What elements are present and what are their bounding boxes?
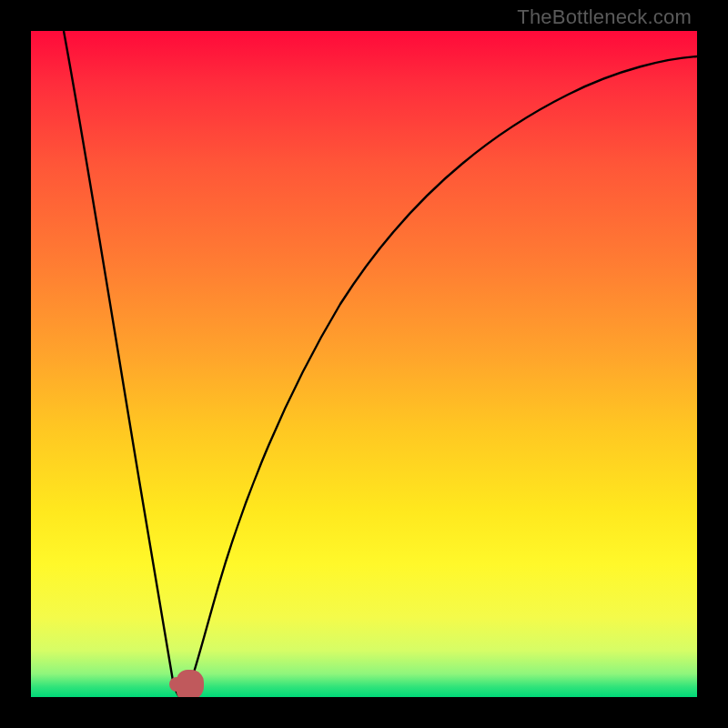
plot-area	[31, 31, 697, 697]
optimal-marker-blob	[177, 670, 204, 697]
curve-left-branch	[64, 31, 179, 696]
watermark-text: TheBottleneck.com	[517, 5, 692, 29]
curve-right-branch	[186, 56, 697, 696]
chart-frame: TheBottleneck.com	[0, 0, 728, 728]
bottleneck-curve	[31, 31, 697, 697]
